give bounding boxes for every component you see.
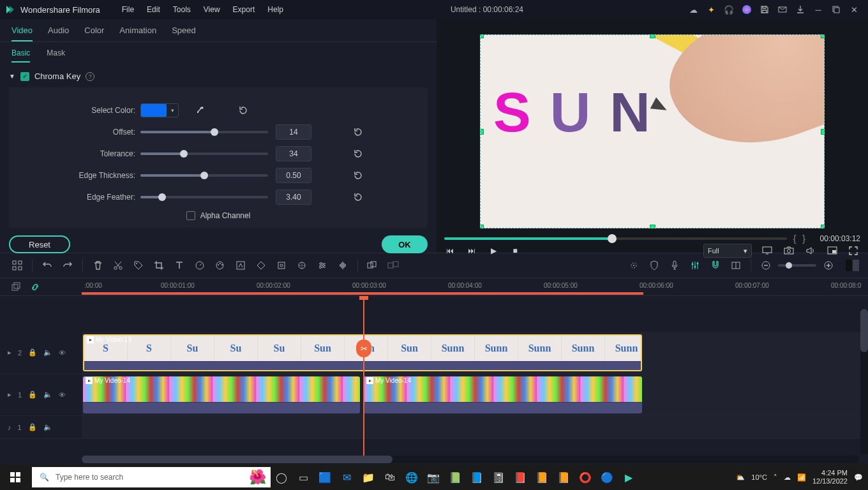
- effects-icon[interactable]: [232, 257, 249, 274]
- transform-handle[interactable]: [821, 225, 825, 228]
- taskbar-search[interactable]: 🔍 Type here to search: [32, 467, 244, 487]
- reset-color-icon[interactable]: [237, 105, 249, 116]
- app-edge-icon[interactable]: 🌐: [401, 464, 423, 490]
- app-opera-icon[interactable]: ⭕: [574, 464, 596, 490]
- timeline-v-scrollbar[interactable]: [860, 309, 868, 454]
- mute-icon[interactable]: 🔈: [43, 348, 52, 357]
- transform-handle[interactable]: [650, 34, 655, 38]
- transform-handle[interactable]: [821, 34, 825, 38]
- app-ms-store-icon[interactable]: 🛍: [379, 464, 401, 490]
- widgets-icon[interactable]: ▭: [292, 464, 314, 490]
- prev-frame-button[interactable]: ⏮: [444, 246, 456, 255]
- playhead-cut-icon[interactable]: ✂: [356, 339, 371, 357]
- preview-seek-slider[interactable]: [444, 237, 787, 240]
- subtab-basic[interactable]: Basic: [11, 48, 30, 63]
- minimize-button[interactable]: ─: [809, 0, 827, 19]
- color-picker[interactable]: ▾: [140, 103, 179, 117]
- reset-edge-feather-icon[interactable]: [352, 191, 364, 203]
- tab-color[interactable]: Color: [84, 26, 104, 40]
- app-mail-icon[interactable]: ✉: [336, 464, 357, 490]
- eyedropper-icon[interactable]: [195, 106, 204, 115]
- task-view-icon[interactable]: ◯: [271, 464, 292, 490]
- start-button[interactable]: [0, 464, 31, 490]
- audio-tool-icon[interactable]: [334, 257, 351, 274]
- group-icon[interactable]: [364, 257, 381, 274]
- tray-notifications-icon[interactable]: 💬: [854, 473, 863, 482]
- app-instagram-icon[interactable]: 📷: [423, 464, 444, 490]
- download-icon[interactable]: [791, 0, 809, 19]
- help-icon[interactable]: ?: [86, 72, 94, 81]
- transform-handle[interactable]: [650, 225, 655, 228]
- menu-file[interactable]: File: [116, 5, 140, 14]
- close-button[interactable]: ✕: [845, 0, 863, 19]
- preview-canvas[interactable]: S U N: [480, 34, 825, 228]
- edge-feather-slider[interactable]: [140, 196, 268, 198]
- mixer-icon[interactable]: [687, 257, 703, 274]
- idea-icon[interactable]: ✦: [702, 0, 720, 19]
- cloud-icon[interactable]: ☁: [684, 0, 702, 19]
- copy-track-icon[interactable]: [11, 282, 21, 292]
- tab-speed[interactable]: Speed: [172, 26, 196, 40]
- display-icon[interactable]: [762, 246, 774, 255]
- mask-tool-icon[interactable]: [294, 257, 310, 274]
- delete-icon[interactable]: [89, 257, 106, 274]
- link-icon[interactable]: [30, 282, 40, 292]
- grid-tool-icon[interactable]: [9, 257, 26, 274]
- keyframe-tool-icon[interactable]: [253, 257, 269, 274]
- tab-animation[interactable]: Animation: [119, 26, 156, 40]
- edge-thickness-value[interactable]: 0.50: [276, 168, 311, 183]
- marker-icon[interactable]: [728, 257, 744, 274]
- eye-icon[interactable]: 👁: [59, 391, 66, 399]
- menu-edit[interactable]: Edit: [140, 5, 167, 14]
- time-ruler[interactable]: :00:00 00:00:01:00 00:00:02:00 00:00:03:…: [82, 278, 868, 295]
- mute-icon[interactable]: 🔈: [43, 423, 52, 431]
- app-excel-icon[interactable]: 📗: [444, 464, 466, 490]
- reset-offset-icon[interactable]: [352, 126, 364, 138]
- eye-icon[interactable]: 👁: [59, 349, 66, 357]
- zoom-in-icon[interactable]: [820, 257, 837, 274]
- app-word-icon[interactable]: 📘: [466, 464, 488, 490]
- support-icon[interactable]: 🎧: [720, 0, 738, 19]
- subtab-mask[interactable]: Mask: [47, 48, 65, 63]
- mic-icon[interactable]: [666, 257, 683, 274]
- ok-button[interactable]: OK: [382, 235, 428, 253]
- tray-clock[interactable]: 4:24 PM 12/13/2022: [812, 469, 848, 486]
- detect-icon[interactable]: [273, 257, 290, 274]
- reset-tolerance-icon[interactable]: [352, 148, 364, 160]
- lock-icon[interactable]: 🔒: [28, 390, 37, 399]
- tab-video[interactable]: Video: [11, 26, 33, 41]
- clip-video-1a[interactable]: ▸My Video-14: [83, 376, 360, 413]
- system-tray[interactable]: ⛅ 10°C ˄ ☁ 📶 4:24 PM 12/13/2022 💬: [736, 469, 868, 486]
- mute-icon[interactable]: 🔈: [43, 390, 52, 399]
- lock-icon[interactable]: 🔒: [28, 348, 37, 357]
- tracking-icon[interactable]: [625, 257, 642, 274]
- playhead[interactable]: ✂: [363, 296, 364, 456]
- lock-icon[interactable]: 🔒: [28, 423, 37, 431]
- app-filmora-icon[interactable]: ▶: [618, 464, 640, 490]
- collapse-icon[interactable]: ▼: [9, 73, 15, 80]
- profile-icon[interactable]: [738, 0, 756, 19]
- zoom-slider[interactable]: [778, 264, 816, 267]
- speed-icon[interactable]: [191, 257, 208, 274]
- next-frame-button[interactable]: ⏭: [466, 246, 477, 255]
- stop-button[interactable]: ■: [509, 246, 521, 255]
- tolerance-slider[interactable]: [140, 152, 268, 155]
- ungroup-icon[interactable]: [385, 257, 401, 274]
- play-button[interactable]: ▶: [488, 246, 499, 255]
- snapshot-icon[interactable]: [784, 246, 795, 255]
- tab-audio[interactable]: Audio: [48, 26, 69, 40]
- text-icon[interactable]: [171, 257, 188, 274]
- chevron-down-icon[interactable]: ▾: [167, 107, 178, 114]
- zoom-out-icon[interactable]: [758, 257, 774, 274]
- app-onenote-icon[interactable]: 📓: [488, 464, 509, 490]
- edge-thickness-slider[interactable]: [140, 174, 268, 177]
- menu-view[interactable]: View: [197, 5, 227, 14]
- app-powerpoint-icon[interactable]: 📙: [553, 464, 574, 490]
- tray-onedrive-icon[interactable]: ☁: [784, 473, 791, 482]
- volume-icon[interactable]: [805, 246, 817, 255]
- redo-icon[interactable]: [59, 257, 76, 274]
- tray-chevron-up-icon[interactable]: ˄: [774, 473, 777, 482]
- chroma-key-header[interactable]: ▼ ✓ Chroma Key ?: [0, 65, 437, 87]
- menu-help[interactable]: Help: [261, 5, 290, 14]
- crop-icon[interactable]: [151, 257, 167, 274]
